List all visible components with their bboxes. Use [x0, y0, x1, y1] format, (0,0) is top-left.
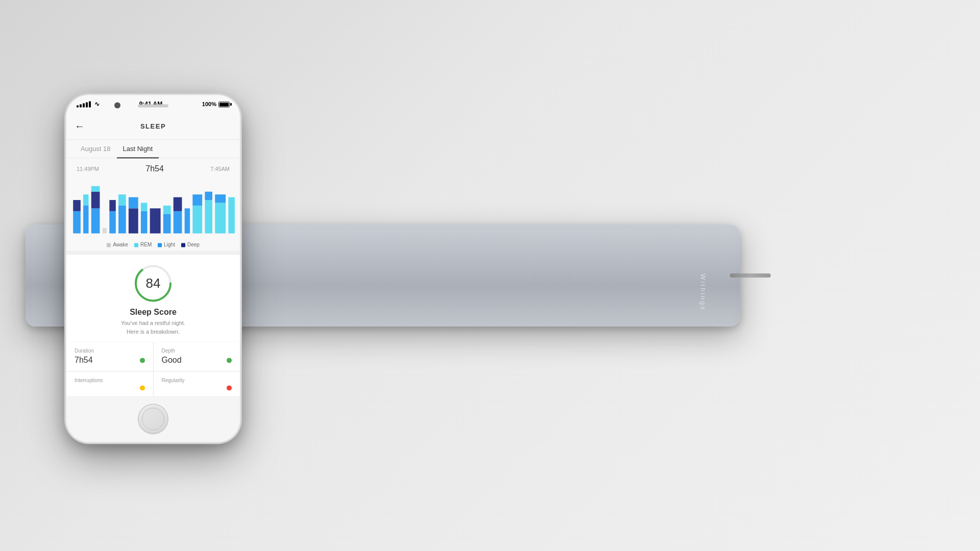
score-section: 84 Sleep Score You've had a restful nigh…: [66, 251, 240, 342]
signal-bar-4: [86, 102, 88, 107]
scene: Withings: [0, 0, 980, 551]
svg-rect-29: [228, 197, 235, 234]
phone-home-area: [66, 396, 240, 442]
legend-rem: REM: [134, 242, 152, 247]
stat-depth-row: Good: [162, 356, 232, 365]
svg-rect-27: [215, 203, 226, 233]
stat-duration: Duration 7h54: [66, 342, 153, 371]
svg-rect-15: [141, 211, 148, 234]
status-left: ∿: [77, 101, 100, 108]
legend-dot-rem: [134, 243, 138, 247]
sleep-pad-brand: Withings: [699, 273, 707, 311]
svg-rect-5: [91, 208, 100, 233]
svg-rect-4: [83, 194, 88, 206]
nav-title: SLEEP: [140, 122, 166, 130]
battery-fill: [219, 103, 229, 106]
status-right: 100%: [202, 101, 230, 107]
stat-interruptions-indicator: [140, 385, 145, 390]
svg-rect-14: [129, 197, 138, 209]
svg-rect-24: [192, 194, 202, 206]
stat-regularity-indicator: [227, 385, 232, 390]
svg-rect-18: [163, 214, 171, 233]
home-button[interactable]: [139, 405, 167, 433]
signal-bar-1: [77, 105, 79, 107]
sleep-pad-cable: [730, 273, 771, 278]
stat-duration-label: Duration: [75, 348, 145, 354]
svg-rect-23: [192, 206, 202, 234]
signal-bar-5: [89, 101, 91, 107]
home-button-ring: [142, 408, 164, 430]
svg-rect-3: [83, 206, 88, 234]
svg-rect-19: [163, 206, 171, 214]
svg-rect-9: [109, 211, 116, 234]
svg-rect-12: [118, 194, 126, 206]
svg-rect-20: [174, 211, 182, 234]
svg-rect-2: [73, 200, 81, 211]
signal-bar-2: [80, 104, 82, 107]
svg-rect-8: [103, 228, 107, 234]
battery-icon: [218, 102, 230, 107]
svg-rect-17: [150, 208, 161, 233]
svg-rect-22: [185, 208, 190, 233]
stat-regularity-row: [162, 385, 232, 390]
sleep-chart: [66, 178, 240, 239]
stat-interruptions-row: [75, 385, 145, 390]
legend-awake: Awake: [107, 242, 128, 247]
svg-rect-11: [118, 206, 126, 234]
score-circle: 84: [133, 263, 174, 304]
legend-dot-light: [158, 243, 162, 247]
stat-duration-value: 7h54: [75, 356, 93, 365]
stat-interruptions-label: Interruptions: [75, 378, 145, 383]
score-label: Sleep Score: [130, 308, 177, 317]
stat-regularity-label: Regularity: [162, 378, 232, 383]
phone-camera: [114, 102, 120, 108]
phone-speaker: [138, 104, 168, 107]
svg-rect-25: [205, 200, 212, 233]
stat-depth: Depth Good: [154, 342, 240, 371]
phone-screen: ∿ 9:41 AM 100% ← SLEEP: [66, 95, 240, 396]
legend-label-awake: Awake: [113, 242, 128, 247]
sleep-chart-svg: [70, 178, 236, 239]
svg-rect-28: [215, 194, 226, 203]
wifi-icon: ∿: [94, 101, 100, 108]
stat-duration-row: 7h54: [75, 356, 145, 365]
stat-duration-indicator: [140, 358, 145, 363]
legend-dot-deep: [181, 243, 185, 247]
tabs-row: August 18 Last Night: [66, 140, 240, 158]
back-button[interactable]: ←: [75, 120, 85, 132]
svg-rect-6: [91, 192, 100, 209]
svg-rect-1: [73, 211, 81, 234]
stat-interruptions: Interruptions: [66, 371, 153, 396]
svg-rect-7: [91, 186, 100, 192]
svg-rect-26: [205, 192, 212, 200]
legend-label-deep: Deep: [187, 242, 200, 247]
legend-deep: Deep: [181, 242, 200, 247]
legend-light: Light: [158, 242, 175, 247]
stat-depth-indicator: [227, 358, 232, 363]
legend-dot-awake: [107, 243, 111, 247]
stat-regularity: Regularity: [154, 371, 240, 396]
sleep-time-header: 11:49PM 7h54 7:45AM: [66, 158, 240, 178]
legend-label-rem: REM: [140, 242, 152, 247]
sleep-start-time: 11:49PM: [77, 166, 99, 172]
nav-bar: ← SLEEP: [66, 113, 240, 140]
phone-wrapper: ∿ 9:41 AM 100% ← SLEEP: [66, 95, 240, 442]
legend-label-light: Light: [164, 242, 175, 247]
svg-rect-21: [174, 197, 182, 211]
svg-rect-16: [141, 203, 148, 211]
stats-grid: Duration 7h54 Depth Good: [66, 342, 240, 396]
tab-august-18[interactable]: August 18: [75, 140, 117, 158]
score-subtitle: You've had a restful night.Here is a bre…: [121, 319, 185, 336]
chart-legend: Awake REM Light Deep: [66, 239, 240, 251]
signal-dots: [77, 101, 91, 107]
tab-last-night[interactable]: Last Night: [117, 140, 159, 158]
stat-depth-label: Depth: [162, 348, 232, 354]
score-value: 84: [146, 276, 161, 291]
sleep-duration: 7h54: [145, 164, 164, 173]
svg-rect-10: [109, 200, 116, 211]
phone: ∿ 9:41 AM 100% ← SLEEP: [66, 95, 240, 442]
svg-rect-13: [129, 208, 138, 233]
battery-percent: 100%: [202, 101, 216, 107]
stat-depth-value: Good: [162, 356, 182, 365]
sleep-end-time: 7:45AM: [210, 166, 230, 172]
